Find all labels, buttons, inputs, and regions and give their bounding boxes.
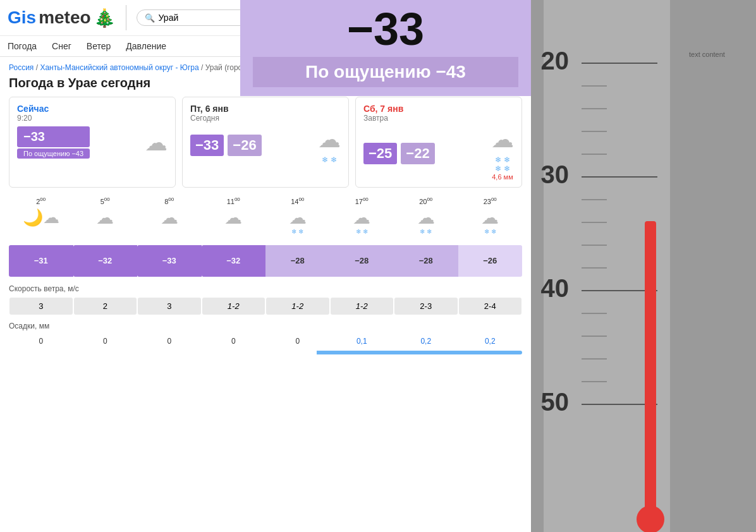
hour-col-6: 2000 ☁ ❄ ❄: [394, 196, 458, 235]
big-feels-like: По ощущению −43: [253, 57, 518, 87]
card-current: Сейчас 9:20 −33 По ощущению −43 ☁: [9, 97, 176, 188]
hour-icon-5: ☁: [330, 209, 394, 227]
svg-point-23: [637, 505, 664, 532]
tomorrow-cloud-icon: ☁: [491, 126, 514, 153]
hour-col-4: 1400 ☁ ❄ ❄: [265, 196, 330, 235]
precip-5: 0,1: [330, 334, 394, 348]
hour-icon-6: ☁: [394, 209, 458, 227]
hour-icon-1: ☁: [73, 209, 138, 227]
svg-rect-22: [645, 221, 656, 532]
logo: Gismeteo 🎄: [8, 8, 116, 28]
subnav-sneg[interactable]: Снег: [52, 40, 71, 52]
svg-text:40: 40: [541, 274, 570, 302]
hourly-row: 200 🌙☁ 500 ☁ 800 ☁ 1100 ☁ 1400 ☁: [9, 196, 522, 235]
thermometer-panel: 20 30 40 50: [531, 0, 756, 532]
precip-7: 0,2: [458, 334, 523, 348]
tomorrow-day-temp: −22: [401, 143, 434, 164]
temp-bar-section: −31 −32 −33 −32 −28 −28 −28 −26: [0, 235, 531, 279]
hour-col-1: 500 ☁: [73, 196, 138, 235]
tomorrow-night-temp: −25: [363, 143, 397, 164]
temp-bar-6: −28: [394, 245, 458, 277]
weather-panel: Gismeteo 🎄 🔍 ☆ Сейчас Сегодня Рад Погода…: [0, 0, 531, 532]
hour-col-7: 2300 ☁ ❄ ❄: [458, 196, 523, 235]
tomorrow-snow-icon: ❄ ❄❄ ❄: [491, 155, 514, 173]
precip-1: 0: [73, 334, 138, 348]
wind-5: 1-2: [331, 298, 394, 315]
current-temp-block: −33 По ощущению −43: [17, 126, 90, 159]
temp-bar-0: −31: [9, 245, 73, 277]
hour-snow-5: ❄ ❄: [330, 228, 394, 235]
hour-icon-2: ☁: [137, 209, 202, 227]
breadcrumb-russia[interactable]: Россия: [9, 63, 34, 72]
wind-0: 3: [9, 298, 73, 315]
tomorrow-precip: 4,6 мм: [491, 173, 514, 181]
hour-label-4: 1400: [265, 196, 330, 205]
today-day-temp: −26: [228, 135, 261, 156]
subnav-davlenie[interactable]: Давление: [126, 40, 166, 52]
wind-2: 3: [138, 298, 201, 315]
hour-icon-4: ☁: [265, 209, 330, 227]
svg-text:text content: text content: [689, 51, 725, 58]
big-temp-overlay: −33 По ощущению −43: [240, 0, 531, 96]
svg-text:50: 50: [541, 388, 570, 416]
temp-bar-7: −26: [458, 245, 523, 277]
hour-col-3: 1100 ☁: [202, 196, 266, 235]
hour-label-0: 200: [9, 196, 73, 205]
card-tomorrow-subtitle: Завтра: [363, 114, 514, 123]
card-today-subtitle: Сегодня: [190, 114, 341, 123]
hour-icon-0: 🌙☁: [9, 209, 73, 226]
hour-label-1: 500: [73, 196, 138, 205]
header-divider: [126, 5, 126, 30]
subnav-pogoda[interactable]: Погода: [8, 40, 37, 52]
current-temp: −33: [17, 126, 90, 147]
card-tomorrow-body: −25 −22 ☁ ❄ ❄❄ ❄ 4,6 мм: [363, 126, 514, 181]
precip-row: 0 0 0 0 0 0,1 0,2 0,2: [0, 333, 531, 349]
card-tomorrow-title: Сб, 7 янв: [363, 104, 514, 114]
card-today: Пт, 6 янв Сегодня −33 −26 ☁ ❄ ❄: [182, 97, 349, 188]
card-current-body: −33 По ощущению −43 ☁: [17, 126, 168, 159]
big-temperature: −33: [253, 6, 518, 52]
wind-1: 2: [74, 298, 137, 315]
svg-text:20: 20: [541, 47, 570, 75]
temp-bar-row: −31 −32 −33 −32 −28 −28 −28 −26: [9, 245, 522, 277]
hour-label-6: 2000: [394, 196, 458, 205]
search-icon: 🔍: [145, 13, 155, 23]
weather-cards: Сейчас 9:20 −33 По ощущению −43 ☁ Пт, 6 …: [0, 97, 531, 188]
hourly-section: 200 🌙☁ 500 ☁ 800 ☁ 1100 ☁ 1400 ☁: [0, 188, 531, 235]
christmas-tree-icon: 🎄: [94, 8, 116, 28]
precip-0: 0: [9, 334, 73, 348]
hour-snow-6: ❄ ❄: [394, 228, 458, 235]
today-night-temp: −33: [190, 135, 224, 156]
hour-snow-4: ❄ ❄: [265, 228, 330, 235]
today-temps: −33 −26: [190, 135, 262, 156]
precip-2: 0: [137, 334, 202, 348]
hour-icon-3: ☁: [202, 209, 266, 227]
precip-section-label: Осадки, мм: [0, 317, 531, 333]
wind-6: 2-3: [394, 298, 458, 315]
hour-col-0: 200 🌙☁: [9, 196, 73, 235]
precip-3: 0: [202, 334, 266, 348]
thermo-background: 20 30 40 50: [531, 0, 756, 532]
hour-icon-7: ☁: [458, 209, 523, 227]
temp-bar-3: −32: [202, 245, 266, 277]
search-input[interactable]: [159, 13, 243, 23]
wind-7: 2-4: [459, 298, 522, 315]
wind-4: 1-2: [266, 298, 329, 315]
breadcrumb-region[interactable]: Ханты-Мансийский автономный округ - Югра: [40, 63, 198, 72]
card-current-time: 9:20: [17, 114, 168, 123]
hour-label-7: 2300: [458, 196, 523, 205]
temp-bar-1: −32: [73, 245, 138, 277]
temp-bar-4: −28: [265, 245, 330, 277]
wind-section-label: Скорость ветра, м/с: [0, 279, 531, 296]
wind-3: 1-2: [202, 298, 265, 315]
today-snow-icon: ❄ ❄: [318, 155, 341, 164]
temp-bar-5: −28: [330, 245, 394, 277]
hour-label-3: 1100: [202, 196, 266, 205]
wind-data-row: 3 2 3 1-2 1-2 1-2 2-3 2-4: [0, 296, 531, 317]
card-current-title: Сейчас: [17, 104, 168, 114]
current-feels: По ощущению −43: [17, 148, 90, 159]
subnav-veter[interactable]: Ветер: [87, 40, 111, 52]
hour-label-2: 800: [137, 196, 202, 205]
temp-bar-2: −33: [137, 245, 202, 277]
svg-text:30: 30: [541, 160, 570, 188]
